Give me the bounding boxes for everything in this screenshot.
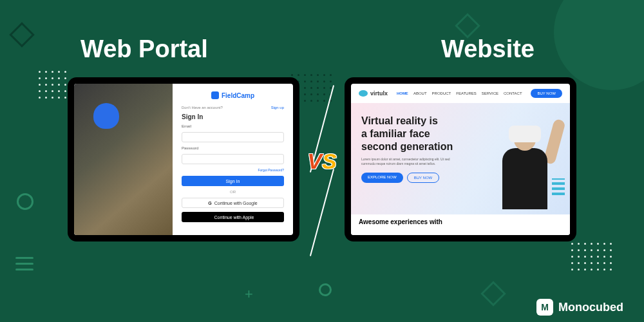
- nav-about[interactable]: ABOUT: [413, 91, 427, 95]
- email-label: Email: [182, 124, 284, 128]
- no-account-text: Don't Have an account?: [182, 106, 223, 109]
- site-footer-heading: Awesome experiences with: [351, 214, 570, 235]
- or-divider: OR: [182, 190, 284, 194]
- email-input[interactable]: [182, 132, 284, 142]
- forgot-password-link[interactable]: Forgot Password?: [182, 168, 284, 172]
- password-input[interactable]: [182, 154, 284, 164]
- nav-buy-button[interactable]: BUY NOW: [531, 89, 562, 98]
- brand-name: Monocubed: [558, 301, 623, 314]
- nav-contact[interactable]: CONTACT: [504, 91, 522, 95]
- brand-icon: M: [536, 299, 553, 316]
- bg-square-decor: [9, 22, 35, 48]
- portal-hero-image: [74, 84, 173, 235]
- bg-square-decor: [455, 13, 480, 39]
- portal-logo-text: FieldCamp: [222, 92, 254, 99]
- explore-button[interactable]: EXPLORE NOW: [361, 173, 403, 183]
- site-logo-icon: [359, 90, 368, 97]
- bg-circle-decor: [17, 193, 33, 210]
- signin-button[interactable]: Sign In: [182, 176, 284, 186]
- hero-subtitle: Lorem ipsum dolor sit amet, consectetur …: [361, 157, 460, 166]
- password-label: Password: [182, 146, 284, 150]
- bg-plus-decor: +: [245, 286, 253, 303]
- buy-button[interactable]: BUY NOW: [407, 173, 440, 183]
- portal-logo-icon: [211, 91, 219, 99]
- nav-service[interactable]: SERVICE: [482, 91, 498, 95]
- site-logo-text: virtulx: [370, 90, 388, 97]
- nav-features[interactable]: FEATURES: [456, 91, 477, 95]
- bg-square-decor: [480, 281, 506, 307]
- bg-lines-decor: [15, 257, 33, 270]
- dot-pattern: [39, 71, 66, 99]
- vs-badge: VS: [307, 149, 336, 174]
- vs-divider-line: [310, 169, 334, 256]
- dot-pattern: [571, 243, 612, 270]
- heading-right: Website: [441, 35, 535, 63]
- bg-blob: [554, 0, 644, 90]
- apple-signin-button[interactable]: Continue with Apple: [182, 212, 284, 222]
- accent-wave-icon: [552, 178, 565, 195]
- hero-title: Virtual reality is a familiar face secon…: [361, 115, 470, 153]
- bg-circle-decor: [319, 283, 332, 296]
- tablet-website: virtulx HOME ABOUT PRODUCT FEATURES SERV…: [345, 77, 576, 242]
- portal-logo: FieldCamp: [182, 91, 284, 99]
- signin-title: Sign In: [182, 113, 284, 120]
- google-signin-button[interactable]: GContinue with Google: [182, 198, 284, 208]
- signup-link[interactable]: Sign up: [271, 106, 284, 109]
- site-logo: virtulx: [359, 90, 388, 97]
- nav-product[interactable]: PRODUCT: [432, 91, 451, 95]
- brand-logo: M Monocubed: [536, 299, 623, 316]
- tablet-portal: FieldCamp Don't Have an account? Sign up…: [68, 77, 299, 242]
- heading-left: Web Portal: [80, 35, 208, 63]
- nav-home[interactable]: HOME: [397, 91, 408, 95]
